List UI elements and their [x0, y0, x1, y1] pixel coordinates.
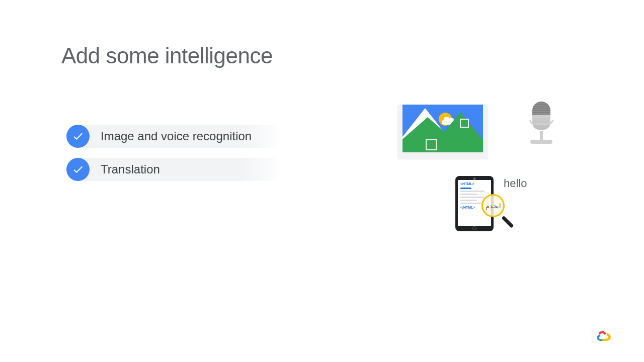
check-icon — [66, 158, 90, 181]
translation-hello-label: hello — [504, 177, 527, 190]
feature-list: Image and voice recognition Translation — [66, 125, 283, 191]
detection-box-icon — [460, 119, 469, 128]
landscape-icon — [403, 105, 483, 152]
html-open-tag: <HTML> — [460, 182, 489, 186]
detection-box-icon — [426, 139, 437, 150]
google-cloud-logo-icon — [595, 330, 612, 345]
translation-illustration: hello <HTML> </HTML> ابحدم — [455, 176, 536, 231]
feature-item-label: Translation — [101, 162, 160, 176]
feature-item-label: Image and voice recognition — [101, 129, 252, 143]
magnifier-handle-icon — [502, 216, 514, 228]
feature-item-image-voice: Image and voice recognition — [66, 125, 283, 148]
page-title: Add some intelligence — [61, 43, 273, 68]
check-icon — [66, 125, 90, 148]
translation-arabic-label: ابحدم — [486, 202, 501, 210]
magnifier-icon: ابحدم — [481, 194, 505, 217]
microphone-icon — [526, 102, 556, 157]
feature-item-translation: Translation — [66, 158, 283, 181]
image-recognition-illustration — [397, 105, 488, 159]
